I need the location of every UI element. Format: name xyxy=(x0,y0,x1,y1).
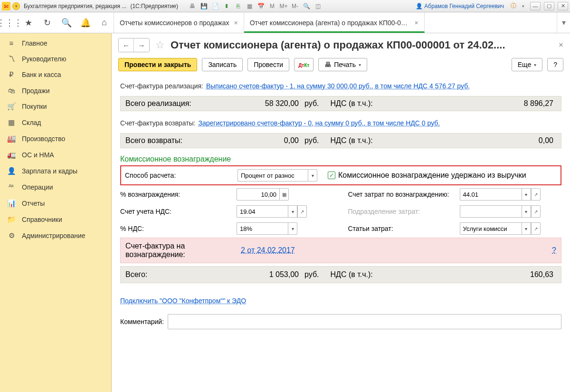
copy-icon[interactable]: ⎘ xyxy=(234,2,242,10)
sidebar-item-3[interactable]: 🛍Продажи xyxy=(0,83,111,98)
search-icon[interactable]: 🔍 xyxy=(57,12,76,33)
forward-button[interactable]: → xyxy=(134,38,149,52)
sidebar-icon: 🏭 xyxy=(7,134,16,143)
tab-report-doc[interactable]: Отчет комиссионера (агента) о продажах К… xyxy=(244,12,425,33)
invoice-return-link[interactable]: Зарегистрировано счетов-фактур - 0, на с… xyxy=(199,119,440,127)
app-title: Бухгалтерия предприятия, редакция ... xyxy=(24,3,126,10)
sidebar-item-6[interactable]: 🏭Производство xyxy=(0,131,111,147)
open-icon[interactable]: ↗ xyxy=(531,205,541,218)
info-dropdown-icon[interactable]: ▾ xyxy=(519,2,527,10)
star-icon[interactable]: ☆ xyxy=(155,39,165,51)
total-sale-label: Всего реализация: xyxy=(125,99,228,108)
close-window-button[interactable]: ✕ xyxy=(558,2,568,10)
info-icon[interactable]: ⓘ xyxy=(510,2,517,10)
cost-item-select[interactable]: Услуги комисси ▾ ↗ xyxy=(460,222,541,235)
print-button[interactable]: 🖶Печать xyxy=(318,58,367,71)
notifications-icon[interactable]: 🔔 xyxy=(76,12,95,33)
vat-account-select[interactable]: 19.04 ▾ ↗ xyxy=(237,205,307,218)
calculator-icon[interactable]: ▦ xyxy=(246,2,253,10)
sidebar-item-9[interactable]: ᴬᵏОперации xyxy=(0,179,111,195)
memory-m-icon[interactable]: M xyxy=(268,2,276,10)
sidebar-item-label: Продажи xyxy=(22,87,49,95)
open-icon[interactable]: ↗ xyxy=(531,188,541,201)
close-icon[interactable]: × xyxy=(414,19,418,27)
sidebar-item-0[interactable]: ≡Главное xyxy=(0,35,111,51)
sidebar-icon: ⚙ xyxy=(7,231,16,240)
chevron-down-icon[interactable]: ▾ xyxy=(288,205,297,218)
calendar-icon[interactable]: 📅 xyxy=(257,2,265,10)
apps-icon[interactable]: ⋮⋮⋮ xyxy=(0,12,19,33)
sidebar-item-5[interactable]: ▦Склад xyxy=(0,115,111,131)
post-and-close-button[interactable]: Провести и закрыть xyxy=(118,58,197,71)
sidebar-item-12[interactable]: ⚙Администрирование xyxy=(0,228,111,244)
calc-method-select[interactable]: Процент от разнос ▾ xyxy=(238,169,317,182)
cost-account-select[interactable]: 44.01 ▾ ↗ xyxy=(460,188,541,201)
commission-invoice-link[interactable]: 2 от 24.02.2017 xyxy=(241,246,295,255)
favorite-icon[interactable]: ★ xyxy=(19,12,38,33)
dt-kt-button[interactable]: ДтКт xyxy=(294,58,314,71)
open-icon[interactable]: ↗ xyxy=(531,222,541,235)
edo-link[interactable]: Подключить "ООО "Конфетпром"" к ЭДО xyxy=(120,297,246,305)
main-toolbar: ⋮⋮⋮ ★ ↻ 🔍 🔔 ⌂ Отчеты комиссионеров о про… xyxy=(0,12,570,33)
chevron-down-icon[interactable]: ▾ xyxy=(522,205,531,218)
app-menu-dropdown-icon[interactable]: ▾ xyxy=(12,2,20,10)
post-button[interactable]: Провести xyxy=(247,58,289,71)
calculator-icon[interactable]: ▦ xyxy=(279,188,289,201)
total-sale-row: Всего реализация: 58 320,00 руб. НДС (в … xyxy=(120,96,561,111)
vat-pct-select[interactable]: 18% ▾ xyxy=(237,222,297,235)
open-icon[interactable]: ↗ xyxy=(297,205,307,218)
total-sale-amount: 58 320,00 xyxy=(228,99,299,108)
nav-group: ← → xyxy=(118,38,150,52)
sidebar-item-8[interactable]: 👤Зарплата и кадры xyxy=(0,163,111,179)
chevron-down-icon[interactable]: ▾ xyxy=(522,188,531,201)
user-label[interactable]: 👤Абрамов Геннадий Сергеевич xyxy=(416,3,504,10)
more-button[interactable]: Еще xyxy=(512,58,543,71)
memory-mp-icon[interactable]: M+ xyxy=(280,2,287,10)
minimize-button[interactable]: — xyxy=(530,2,541,10)
withheld-checkbox[interactable]: ✓ xyxy=(328,172,335,179)
zoom-icon[interactable]: 🔍 xyxy=(303,2,310,10)
sidebar-item-11[interactable]: 📁Справочники xyxy=(0,211,111,228)
document-title: Отчет комиссионера (агента) о продажах К… xyxy=(171,39,552,51)
help-link[interactable]: ? xyxy=(552,246,556,255)
help-button[interactable]: ? xyxy=(547,58,563,71)
doc-icon[interactable]: 📄 xyxy=(211,2,219,10)
sidebar-item-10[interactable]: 📊Отчеты xyxy=(0,195,111,211)
comment-input[interactable] xyxy=(168,314,561,329)
save-button[interactable]: Записать xyxy=(202,58,243,71)
total-sale-vat: 8 896,27 xyxy=(499,99,556,108)
sidebar-item-2[interactable]: ₽Банк и касса xyxy=(0,67,111,83)
sidebar-icon: ▦ xyxy=(7,118,16,127)
pct-input[interactable]: 10,00 ▦ xyxy=(237,188,289,201)
save-icon[interactable]: 💾 xyxy=(200,2,208,10)
sidebar-icon: 🛒 xyxy=(7,102,16,111)
printer-icon: 🖶 xyxy=(324,61,331,68)
chevron-down-icon[interactable]: ▾ xyxy=(288,222,297,235)
memory-mm-icon[interactable]: M- xyxy=(291,2,299,10)
history-icon[interactable]: ↻ xyxy=(38,12,57,33)
commission-invoice-label: Счет-фактура на вознаграждение: xyxy=(125,242,241,259)
invoice-sale-link[interactable]: Выписано счетов-фактур - 1, на сумму 30 … xyxy=(206,82,470,90)
commission-total-amount: 1 053,00 xyxy=(228,270,299,279)
maximize-button[interactable]: ▢ xyxy=(544,2,554,10)
back-button[interactable]: ← xyxy=(119,38,134,52)
cost-account-label: Счет затрат по вознаграждению: xyxy=(348,191,460,198)
dept-select[interactable]: ▾ ↗ xyxy=(460,205,541,218)
sidebar-item-7[interactable]: 🚛ОС и НМА xyxy=(0,147,111,163)
tabs-dropdown-icon[interactable]: ▾ xyxy=(557,12,570,33)
sidebar-item-4[interactable]: 🛒Покупки xyxy=(0,98,111,115)
close-icon[interactable]: × xyxy=(559,40,563,50)
close-icon[interactable]: × xyxy=(234,19,238,27)
document-header: ← → ☆ Отчет комиссионера (агента) о прод… xyxy=(112,33,570,58)
tab-report-list[interactable]: Отчеты комиссионеров о продажах × xyxy=(114,12,244,33)
sidebar-item-label: Отчеты xyxy=(22,200,45,207)
sidebar-icon: ᴬᵏ xyxy=(7,183,16,191)
compare-icon[interactable]: ⬍ xyxy=(223,2,230,10)
home-icon[interactable]: ⌂ xyxy=(95,12,114,33)
chevron-down-icon[interactable]: ▾ xyxy=(308,169,317,182)
chevron-down-icon[interactable]: ▾ xyxy=(522,222,531,235)
sidebar-item-1[interactable]: 〽Руководителю xyxy=(0,51,111,67)
print-icon[interactable]: 🖶 xyxy=(189,2,196,10)
sidebar-icon: 〽 xyxy=(7,55,16,63)
windows-icon[interactable]: ◫ xyxy=(314,2,322,10)
